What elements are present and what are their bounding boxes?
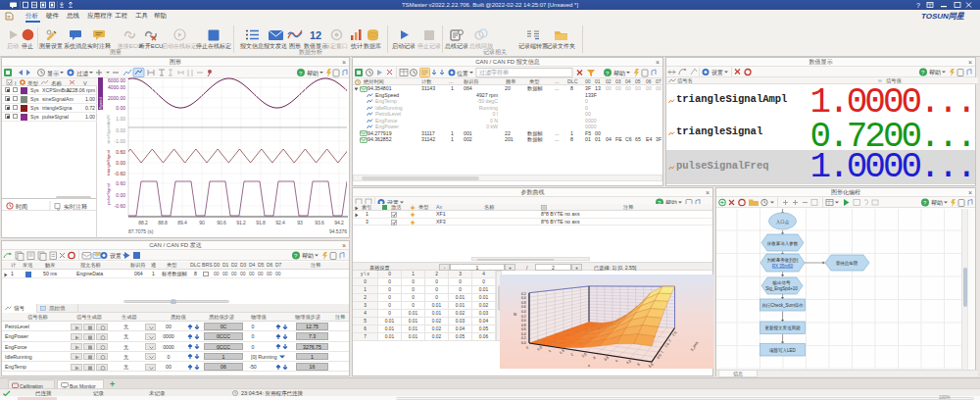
svg-text:0.60: 0.60 [116,149,125,155]
svg-text:4000.00: 4000.00 [108,84,125,90]
svg-text:?: ? [916,2,920,9]
svg-text:Sig_EngSpd+10: Sig_EngSpd+10 [765,286,798,291]
svg-text:实时注释: 实时注释 [64,203,87,210]
svg-text:等待总电阻: 等待总电阻 [836,260,858,267]
svg-text:91.2: 91.2 [236,220,246,225]
svg-text:入口点: 入口点 [776,220,790,225]
svg-text:0.0: 0.0 [521,341,526,345]
svg-text:0.60: 0.60 [116,180,125,186]
svg-text:0.8: 0.8 [521,301,526,305]
svg-text:0.00: 0.00 [116,160,125,166]
svg-text:-0.60: -0.60 [115,171,126,176]
svg-text:90.6: 90.6 [217,220,226,225]
svg-text:0.2: 0.2 [521,315,526,319]
svg-text:N: N [514,312,516,317]
svg-text:0.6: 0.6 [521,305,526,309]
svg-text:2000.00: 2000.00 [108,95,125,101]
svg-text:名称: 名称 [51,80,63,86]
svg-text:-0.60: -0.60 [115,203,126,209]
svg-text:执行Check_Sum操作: 执行Check_Sum操作 [761,302,804,308]
svg-text:94.5376: 94.5376 [329,228,347,234]
svg-text:清除写入LED: 清除写入LED [768,347,797,354]
svg-text:1.00: 1.00 [116,116,125,122]
svg-text:x: x [588,363,590,368]
svg-text:帮助: 帮助 [302,252,314,259]
svg-text:triangleSignal: triangleSignal [106,150,111,175]
svg-text:0.2: 0.2 [521,292,526,296]
svg-text:设置: 设置 [110,252,122,259]
svg-text:帮助: 帮助 [931,199,943,206]
svg-text:88.8: 88.8 [158,220,168,225]
svg-text:EngSpeed: EngSpeed [98,97,103,117]
svg-text:接收算法入参数: 接收算法入参数 [766,240,799,246]
svg-text:V: V [83,80,87,86]
svg-text:I: I [15,80,17,86]
svg-text:位置: 位置 [457,71,468,76]
svg-text:93: 93 [297,220,303,225]
svg-text:0.4: 0.4 [521,332,526,336]
svg-text:0.0: 0.0 [521,319,526,323]
svg-text:0.00: 0.00 [116,105,125,111]
svg-text:时间: 时间 [16,204,27,211]
svg-text:90: 90 [199,220,205,225]
svg-text:0.00: 0.00 [116,127,125,133]
svg-text:89.4: 89.4 [177,220,187,225]
svg-text:0.8: 0.8 [521,324,526,327]
svg-text:88.2: 88.2 [138,220,148,225]
svg-text:过滤: 过滤 [76,71,88,77]
svg-text:显示: 显示 [47,70,59,76]
svg-text:过滤字符串: 过滤字符串 [479,69,509,76]
svg-text:92.4: 92.4 [275,220,285,225]
svg-text:0.6: 0.6 [521,327,526,331]
svg-text:94.2: 94.2 [334,220,344,225]
svg-text:帮助: 帮助 [613,70,625,76]
svg-text:91.8: 91.8 [256,220,266,225]
svg-text:RX 35m60: RX 35m60 [772,264,794,269]
svg-text:类型: 类型 [27,80,39,86]
svg-text:0.0: 0.0 [521,296,526,300]
svg-text:pulseSignal: pulseSignal [106,183,111,205]
svg-text:6000.00: 6000.00 [108,77,125,83]
svg-text:帮助: 帮助 [929,69,941,75]
svg-text:sineSignalAm/V: sineSignalAm/V [106,115,111,144]
svg-text:93.6: 93.6 [315,220,324,225]
svg-text:更新报文发送周期: 更新报文发送周期 [765,325,802,330]
svg-text:设置: 设置 [711,69,723,75]
svg-text:-1.00: -1.00 [115,138,126,144]
svg-text:帮助: 帮助 [307,70,318,76]
svg-text:0.4: 0.4 [521,310,526,314]
svg-text:0.00: 0.00 [116,192,125,198]
svg-text:判断是否收到到: 判断是否收到到 [767,257,799,263]
svg-text:0.2: 0.2 [521,336,526,340]
svg-text:87.7075 (s): 87.7075 (s) [128,228,154,234]
